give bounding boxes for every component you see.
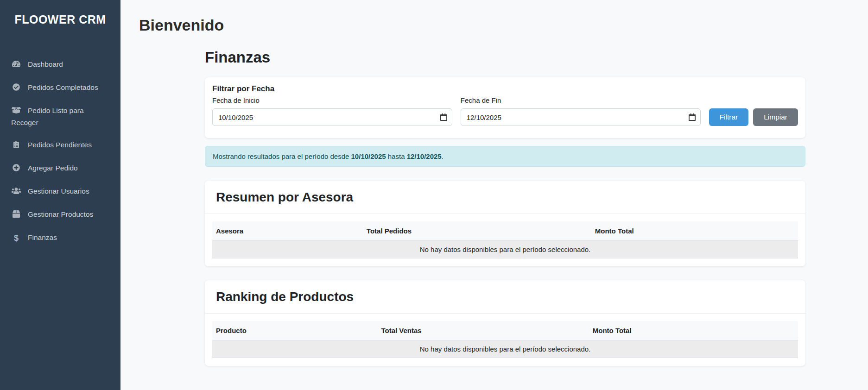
sidebar-item-label: Pedido Listo para Recoger <box>11 107 84 126</box>
clear-button[interactable]: Limpiar <box>753 108 798 126</box>
box-open-icon <box>11 106 21 117</box>
clipboard-list-icon <box>11 140 21 151</box>
sidebar-item-gestionar-usuarios[interactable]: Gestionar Usuarios <box>0 180 120 203</box>
sidebar-item-label: Pedidos Completados <box>28 83 98 91</box>
sidebar-item-label: Finanzas <box>28 233 57 241</box>
end-date-input[interactable] <box>461 108 701 126</box>
product-ranking-title: Ranking de Productos <box>216 289 794 304</box>
end-date-label: Fecha de Fin <box>461 96 701 104</box>
sidebar-item-pedidos-pendientes[interactable]: Pedidos Pendientes <box>0 134 120 157</box>
filter-title: Filtrar por Fecha <box>212 84 798 94</box>
alert-text: hasta <box>386 152 407 160</box>
app-brand: FLOOWER CRM <box>0 13 120 26</box>
table-row: No hay datos disponibles para el período… <box>212 241 798 258</box>
date-filter-card: Filtrar por Fecha Fecha de Inicio Fecha … <box>205 77 805 138</box>
alert-start-date: 10/10/2025 <box>351 152 386 160</box>
sidebar: FLOOWER CRM Dashboard Pedidos Completado… <box>0 0 120 390</box>
period-info-alert: Mostrando resultados para el período des… <box>205 146 805 167</box>
page-title: Finanzas <box>205 49 805 66</box>
check-circle-icon <box>11 83 21 94</box>
sidebar-item-pedidos-completados[interactable]: Pedidos Completados <box>0 76 120 100</box>
sidebar-item-agregar-pedido[interactable]: Agregar Pedido <box>0 157 120 180</box>
tachometer-icon <box>11 60 21 71</box>
advisor-summary-title: Resumen por Asesora <box>216 190 794 205</box>
dollar-sign-icon: $ <box>11 233 21 244</box>
table-row: No hay datos disponibles para el período… <box>212 340 798 358</box>
main-content: Bienvenido Finanzas Filtrar por Fecha Fe… <box>120 0 868 390</box>
sidebar-item-label: Pedidos Pendientes <box>28 141 92 149</box>
column-header: Monto Total <box>591 221 798 241</box>
sidebar-item-pedido-listo[interactable]: Pedido Listo para Recoger <box>0 100 120 134</box>
sidebar-nav: Dashboard Pedidos Completados Pedido Lis… <box>0 53 120 249</box>
empty-state-message: No hay datos disponibles para el período… <box>212 340 798 358</box>
sidebar-item-finanzas[interactable]: $Finanzas <box>0 226 120 249</box>
column-header: Total Pedidos <box>363 221 591 241</box>
start-date-calendar-icon[interactable] <box>440 113 447 121</box>
column-header: Monto Total <box>589 321 798 340</box>
end-date-calendar-icon[interactable] <box>689 113 696 121</box>
sidebar-item-gestionar-productos[interactable]: Gestionar Productos <box>0 203 120 226</box>
sidebar-item-label: Dashboard <box>28 60 63 68</box>
advisor-summary-card: Resumen por Asesora Asesora Total Pedido… <box>205 181 805 266</box>
product-ranking-card: Ranking de Productos Producto Total Vent… <box>205 280 805 366</box>
alert-text: Mostrando resultados para el período des… <box>213 152 351 160</box>
product-ranking-table: Producto Total Ventas Monto Total No hay… <box>212 321 798 358</box>
start-date-label: Fecha de Inicio <box>212 96 452 104</box>
start-date-input[interactable] <box>212 108 452 126</box>
alert-text: . <box>442 152 444 160</box>
sidebar-item-label: Gestionar Usuarios <box>28 187 89 195</box>
filter-button[interactable]: Filtrar <box>709 108 749 126</box>
column-header: Asesora <box>212 221 363 241</box>
column-header: Total Ventas <box>377 321 589 340</box>
users-icon <box>11 187 21 198</box>
welcome-heading: Bienvenido <box>139 17 868 34</box>
empty-state-message: No hay datos disponibles para el período… <box>212 241 798 258</box>
column-header: Producto <box>212 321 377 340</box>
advisor-summary-table: Asesora Total Pedidos Monto Total No hay… <box>212 221 798 258</box>
plus-circle-icon <box>11 164 21 175</box>
sidebar-item-label: Gestionar Productos <box>28 210 93 218</box>
sidebar-item-label: Agregar Pedido <box>28 164 78 172</box>
box-icon <box>11 210 21 221</box>
alert-end-date: 12/10/2025 <box>407 152 442 160</box>
sidebar-item-dashboard[interactable]: Dashboard <box>0 53 120 76</box>
